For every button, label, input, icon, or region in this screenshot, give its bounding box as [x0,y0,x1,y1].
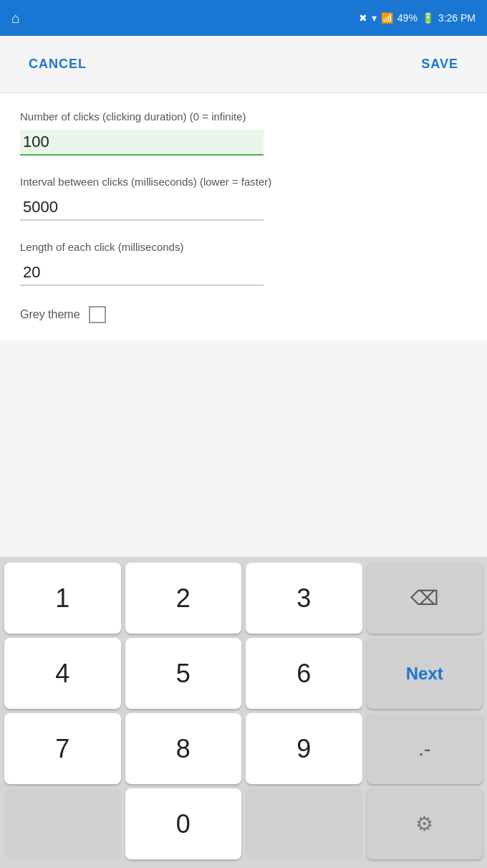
save-button[interactable]: SAVE [421,57,458,72]
length-input[interactable] [20,260,264,286]
key-empty-right [246,788,362,859]
key-2[interactable]: 2 [125,563,242,634]
interval-label: Interval between clicks (milliseconds) (… [20,176,467,188]
home-icon: ⌂ [11,10,20,27]
key-settings[interactable]: ⚙ [367,788,483,859]
clicks-field-group: Number of clicks (clicking duration) (0 … [20,110,467,156]
length-field-group: Length of each click (milliseconds) [20,241,467,286]
no-service-icon: ✖ [359,12,367,24]
key-next[interactable]: Next [367,638,483,709]
key-7[interactable]: 7 [4,713,121,784]
key-8[interactable]: 8 [125,713,242,784]
form-area: Number of clicks (clicking duration) (0 … [0,93,487,340]
settings-icon: ⚙ [415,812,433,836]
key-0[interactable]: 0 [125,788,242,859]
keyboard-area: 1 2 3 ⌫ 4 5 6 Next 7 8 9 .- 0 ⚙ [0,557,487,868]
grey-theme-checkbox[interactable] [89,306,106,323]
key-1[interactable]: 1 [4,563,121,634]
key-9[interactable]: 9 [246,713,362,784]
length-label: Length of each click (milliseconds) [20,241,467,253]
signal-icon: 📶 [381,12,393,24]
interval-input-container [20,195,467,221]
interval-input[interactable] [20,195,264,221]
keyboard-row-2: 4 5 6 Next [4,638,483,709]
grey-theme-row: Grey theme [20,306,467,323]
key-dot-dash[interactable]: .- [367,713,483,784]
key-4[interactable]: 4 [4,638,121,709]
keyboard-row-3: 7 8 9 .- [4,713,483,784]
dot-dash-icon: .- [418,738,430,760]
status-bar: ⌂ ✖ ▾ 📶 49% 🔋 3:26 PM [0,0,487,36]
key-backspace[interactable]: ⌫ [367,563,483,634]
clicks-input[interactable] [20,130,264,156]
action-bar: CANCEL SAVE [0,36,487,93]
battery-text: 49% [397,12,418,24]
clicks-input-container [20,130,467,156]
time-display: 3:26 PM [438,12,476,24]
grey-theme-label: Grey theme [20,308,80,321]
interval-field-group: Interval between clicks (milliseconds) (… [20,176,467,221]
key-empty-left [4,788,121,859]
key-3[interactable]: 3 [246,563,362,634]
status-bar-left: ⌂ [11,10,20,27]
key-6[interactable]: 6 [246,638,362,709]
cancel-button[interactable]: CANCEL [29,57,87,72]
clicks-label: Number of clicks (clicking duration) (0 … [20,110,467,123]
key-5[interactable]: 5 [125,638,242,709]
wifi-icon: ▾ [372,12,377,24]
length-input-container [20,260,467,286]
battery-icon: 🔋 [422,12,434,24]
backspace-icon: ⌫ [410,586,439,610]
keyboard-row-1: 1 2 3 ⌫ [4,563,483,634]
status-bar-right: ✖ ▾ 📶 49% 🔋 3:26 PM [359,12,476,24]
keyboard-row-4: 0 ⚙ [4,788,483,859]
